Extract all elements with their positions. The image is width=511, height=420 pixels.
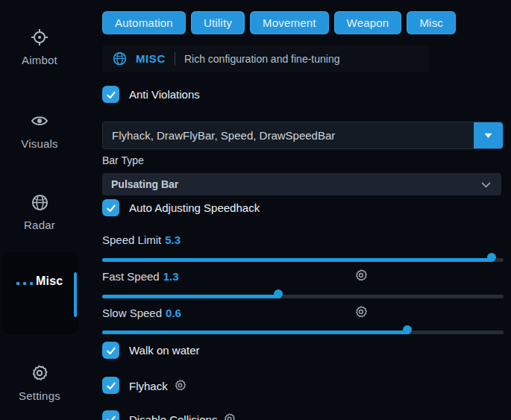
select-value: Pulsating Bar [111, 178, 178, 190]
header-divider [175, 52, 175, 66]
gear-icon[interactable] [354, 269, 368, 284]
sidebar-item-aimbot[interactable]: Aimbot [0, 28, 79, 67]
checkbox-label: Anti Violations [129, 88, 200, 101]
multiselect-dropdown-button[interactable] [474, 122, 503, 148]
category-tabs: Automation Utility Movement Weapon Misc [102, 11, 456, 34]
slider-fill [102, 330, 410, 334]
checked-checkbox-icon[interactable] [102, 342, 119, 359]
sidebar-item-visuals[interactable]: Visuals [0, 112, 79, 151]
sidebar-item-radar[interactable]: Radar [0, 194, 79, 232]
section-header: MISC Rich configuration and fine-tuning [102, 45, 429, 72]
checkbox-disable-collisions[interactable]: Disable Collisions [102, 410, 236, 420]
sidebar-item-label: Radar [24, 219, 55, 231]
slider-fill [102, 258, 494, 262]
sidebar-active-highlight [2, 252, 78, 334]
sidebar-item-label: Aimbot [22, 54, 57, 66]
sidebar-item-label: Misc [36, 275, 63, 287]
gear-icon[interactable] [174, 379, 186, 392]
gear-icon [0, 364, 79, 385]
app-window: Aimbot Visuals Radar Misc Settings [0, 0, 511, 420]
slider-handle[interactable] [403, 325, 412, 334]
sidebar-item-settings[interactable]: Settings [0, 364, 79, 403]
slider-value: 1.3 [163, 270, 179, 283]
globe-icon [0, 194, 79, 214]
bar-type-label: Bar Type [102, 154, 144, 166]
bars-multiselect[interactable]: Flyhack, DrawFlyBar, Speed, DrawSpeedBar [102, 122, 504, 149]
slider-fill [102, 295, 280, 298]
sidebar-item-label: Settings [19, 389, 60, 402]
slider-value: 5.3 [165, 233, 181, 246]
checkbox-walk-on-water[interactable]: Walk on water [102, 342, 199, 359]
ellipsis-icon [16, 282, 33, 285]
gear-icon[interactable] [223, 413, 236, 420]
tab-utility[interactable]: Utility [191, 11, 245, 34]
slow-speed-slider[interactable] [102, 325, 504, 339]
tab-misc[interactable]: Misc [407, 11, 456, 34]
checkbox-label: Disable Collisions [129, 413, 236, 420]
slider-handle[interactable] [487, 253, 496, 262]
tab-weapon[interactable]: Weapon [334, 11, 402, 34]
tab-movement[interactable]: Movement [250, 11, 329, 34]
main-content: Automation Utility Movement Weapon Misc … [102, 0, 505, 420]
checked-checkbox-icon[interactable] [102, 377, 119, 394]
crosshair-icon [0, 28, 79, 49]
checkbox-anti-violations[interactable]: Anti Violations [102, 86, 200, 103]
checkbox-flyhack[interactable]: Flyhack [102, 377, 186, 394]
sidebar-item-label: Visuals [21, 137, 57, 150]
checked-checkbox-icon[interactable] [102, 199, 119, 216]
tab-automation[interactable]: Automation [102, 11, 186, 34]
bar-type-select[interactable]: Pulsating Bar [102, 173, 501, 195]
gear-icon[interactable] [354, 305, 368, 321]
globe-icon [113, 51, 127, 66]
speed-limit-slider[interactable] [102, 253, 504, 266]
eye-icon [0, 112, 79, 133]
sidebar-item-misc[interactable]: Misc [0, 275, 79, 292]
fast-speed-slider[interactable] [102, 289, 504, 303]
fast-speed-label: Fast Speed1.3 [102, 270, 179, 283]
triangle-down-icon [482, 129, 495, 142]
slider-value: 0.6 [166, 307, 181, 319]
checkbox-label: Flyhack [129, 379, 186, 392]
multiselect-value: Flyhack, DrawFlyBar, Speed, DrawSpeedBar [103, 122, 474, 148]
checked-checkbox-icon[interactable] [102, 410, 119, 420]
section-subtitle: Rich configuration and fine-tuning [184, 53, 340, 65]
checkbox-label: Auto Adjusting Speedhack [129, 201, 260, 214]
speed-limit-label: Speed Limit5.3 [102, 233, 181, 246]
checkbox-auto-adjusting-speedhack[interactable]: Auto Adjusting Speedhack [102, 199, 260, 216]
section-title: MISC [136, 52, 166, 65]
sidebar: Aimbot Visuals Radar Misc Settings [0, 0, 97, 420]
checked-checkbox-icon[interactable] [102, 86, 119, 103]
slow-speed-label: Slow Speed0.6 [102, 307, 181, 319]
checkbox-label: Walk on water [129, 344, 199, 357]
chevron-down-icon [480, 178, 492, 191]
